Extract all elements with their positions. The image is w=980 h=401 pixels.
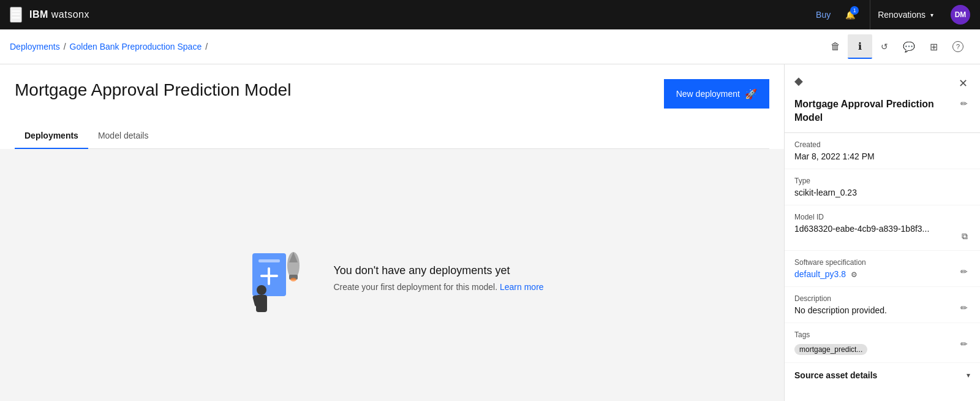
svg-rect-1 <box>258 259 280 262</box>
empty-state-illustration <box>240 235 314 321</box>
info-button[interactable]: ℹ <box>848 34 872 59</box>
settings-icon: ⚙ <box>851 270 858 279</box>
description-row: Description No description provided. ✏ <box>794 294 970 315</box>
software-spec-value: default_py3.8 ⚙ <box>794 269 866 279</box>
navbar-left: ☰ IBM watsonx <box>10 7 89 23</box>
main-layout: Mortgage Approval Prediction Model New d… <box>0 64 980 401</box>
tab-model-details[interactable]: Model details <box>88 123 159 149</box>
breadcrumb-deployments[interactable]: Deployments <box>10 42 60 52</box>
empty-state-heading: You don't have any deployments yet <box>333 264 543 277</box>
menu-button[interactable]: ☰ <box>10 7 22 23</box>
tag-item: mortgage_predict... <box>794 344 867 355</box>
chevron-down-icon: ▾ <box>930 12 933 18</box>
page-header: Mortgage Approval Prediction Model New d… <box>15 79 769 109</box>
empty-state-inner: You don't have any deployments yet Creat… <box>240 235 543 321</box>
empty-state-text: You don't have any deployments yet Creat… <box>333 264 543 292</box>
notification-button[interactable]: 🔔 1 <box>840 5 860 25</box>
history-button[interactable]: ↺ <box>872 34 897 59</box>
panel-description-section: Description No description provided. ✏ <box>785 287 980 323</box>
comment-button[interactable]: 💬 <box>897 34 921 59</box>
panel-title-edit-button[interactable]: ✏ <box>958 97 970 110</box>
page-title: Mortgage Approval Prediction Model <box>15 79 291 101</box>
model-id-copy-button[interactable]: ⧉ <box>959 230 970 243</box>
panel-software-spec-section: Software specification default_py3.8 ⚙ ✏ <box>785 251 980 287</box>
created-value: Mar 8, 2022 1:42 PM <box>794 151 970 161</box>
tabs: Deployments Model details <box>15 123 769 149</box>
panel-close-button[interactable]: ✕ <box>956 74 970 93</box>
new-deployment-label: New deployment <box>676 89 740 99</box>
panel-top-row: ◆ ✕ <box>785 64 980 97</box>
description-label: Description <box>794 294 887 303</box>
tags-edit-button[interactable]: ✏ <box>958 338 970 350</box>
diamond-icon: ◆ <box>794 74 803 88</box>
rocket-icon: 🚀 <box>745 88 757 100</box>
workspace-name: Renovations <box>878 10 925 20</box>
panel-created-section: Created Mar 8, 2022 1:42 PM <box>785 133 980 169</box>
toolbar-icons: 🗑 ℹ ↺ 💬 ⊞ ? <box>823 34 970 59</box>
description-value: No description provided. <box>794 305 887 315</box>
software-spec-link[interactable]: default_py3.8 <box>794 269 846 279</box>
model-id-label: Model ID <box>794 213 929 221</box>
breadcrumb-separator: / <box>64 42 66 52</box>
created-label: Created <box>794 140 970 149</box>
svg-point-7 <box>290 278 296 281</box>
empty-state: You don't have any deployments yet Creat… <box>0 149 784 401</box>
breadcrumb-space[interactable]: Golden Bank Preproduction Space <box>70 42 202 52</box>
avatar[interactable]: DM <box>951 5 970 25</box>
source-asset-section[interactable]: Source asset details ▾ <box>785 363 980 388</box>
grid-icon: ⊞ <box>930 41 938 53</box>
type-value: scikit-learn_0.23 <box>794 188 970 197</box>
panel-model-id-section: Model ID 1d638320-eabe-4cb9-a839-1b8f3..… <box>785 205 980 251</box>
grid-button[interactable]: ⊞ <box>921 34 946 59</box>
panel-type-section: Type scikit-learn_0.23 <box>785 169 980 205</box>
notification-badge: 1 <box>850 6 859 15</box>
comment-icon: 💬 <box>903 41 915 53</box>
tags-label: Tags <box>794 330 867 339</box>
learn-more-link[interactable]: Learn more <box>500 282 544 292</box>
ibm-logo: IBM watsonx <box>29 9 89 20</box>
help-icon: ? <box>952 41 963 52</box>
delete-button[interactable]: 🗑 <box>823 34 848 59</box>
breadcrumb-separator2: / <box>205 42 208 52</box>
panel-title: Mortgage Approval Prediction Model <box>794 97 958 125</box>
history-icon: ↺ <box>881 42 888 52</box>
buy-link[interactable]: Buy <box>816 10 831 20</box>
navbar-right: Buy 🔔 1 Renovations ▾ DM <box>816 0 970 29</box>
source-asset-title: Source asset details <box>794 370 877 380</box>
software-spec-label: Software specification <box>794 258 866 267</box>
software-spec-row: Software specification default_py3.8 ⚙ ✏ <box>794 258 970 279</box>
breadcrumb: Deployments / Golden Bank Preproduction … <box>10 42 208 52</box>
model-id-row: Model ID 1d638320-eabe-4cb9-a839-1b8f3..… <box>794 213 970 243</box>
breadcrumb-bar: Deployments / Golden Bank Preproduction … <box>0 29 980 64</box>
empty-state-description: Create your first deployment for this mo… <box>333 282 543 292</box>
panel-tags-section: Tags mortgage_predict... ✏ <box>785 323 980 363</box>
info-icon: ℹ <box>858 40 862 52</box>
right-panel: ◆ ✕ Mortgage Approval Prediction Model ✏… <box>784 64 980 401</box>
tags-row: Tags mortgage_predict... ✏ <box>794 330 970 355</box>
chevron-down-icon: ▾ <box>967 371 970 380</box>
content-area: Mortgage Approval Prediction Model New d… <box>0 64 784 401</box>
new-deployment-button[interactable]: New deployment 🚀 <box>664 79 769 109</box>
software-spec-edit-button[interactable]: ✏ <box>958 265 970 278</box>
workspace-selector[interactable]: Renovations ▾ <box>870 0 941 29</box>
tab-deployments[interactable]: Deployments <box>15 123 88 149</box>
navbar: ☰ IBM watsonx Buy 🔔 1 Renovations ▾ DM <box>0 0 980 29</box>
help-button[interactable]: ? <box>946 34 970 59</box>
model-id-value: 1d638320-eabe-4cb9-a839-1b8f3... <box>794 224 929 234</box>
description-edit-button[interactable]: ✏ <box>958 302 970 314</box>
trash-icon: 🗑 <box>831 41 840 52</box>
svg-point-8 <box>257 285 266 295</box>
type-label: Type <box>794 177 970 185</box>
